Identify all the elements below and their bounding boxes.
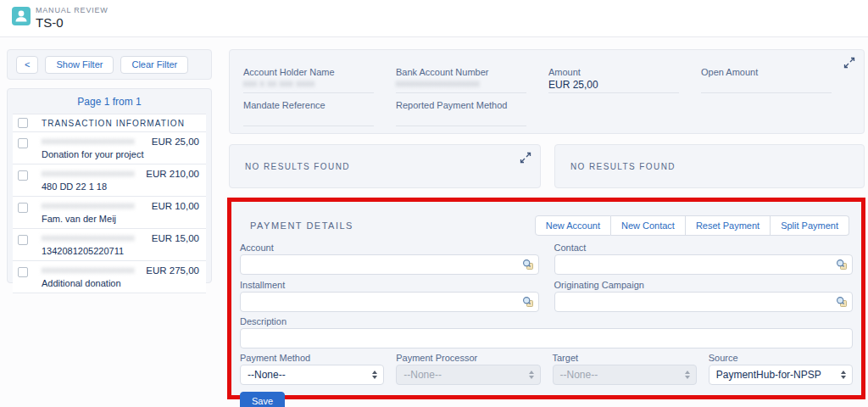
installment-field-group: Installment xyxy=(240,280,539,312)
payment-actions-group: New Account New Contact Reset Payment Sp… xyxy=(535,215,849,236)
description-field-group: Description xyxy=(240,316,853,348)
field-label: Reported Payment Method xyxy=(396,100,526,110)
show-filter-button[interactable]: Show Filter xyxy=(45,56,114,74)
transaction-amount: EUR 25,00 xyxy=(147,137,199,147)
lookup-icon[interactable] xyxy=(522,259,534,270)
reset-payment-button[interactable]: Reset Payment xyxy=(686,215,771,236)
expand-icon[interactable] xyxy=(843,57,855,69)
select-all-checkbox[interactable] xyxy=(18,118,28,128)
target-select: --None-- xyxy=(553,365,697,385)
row-checkbox[interactable] xyxy=(18,203,28,213)
originating-campaign-field-group: Originating Campaign xyxy=(554,280,854,312)
filter-toolbar: < Show Filter Clear Filter xyxy=(7,49,212,80)
transaction-reference-redacted: xxxxxxxxxxxxxxxxxxxx xyxy=(42,265,141,276)
transaction-table-header: TRANSACTION INFORMATION xyxy=(13,114,206,132)
account-field-group: Account xyxy=(240,243,539,275)
expand-icon[interactable] xyxy=(520,152,531,164)
table-row: xxxxxxxxxxxxxxxxxxxx EUR 275,00 Addition… xyxy=(13,261,206,293)
contact-label: Contact xyxy=(554,243,854,253)
row-checkbox[interactable] xyxy=(18,138,28,148)
contact-lookup-input[interactable] xyxy=(554,254,854,275)
page-title: TS-0 xyxy=(36,15,64,30)
target-field-group: Target --None-- xyxy=(553,353,697,385)
payment-method-select[interactable]: --None-- xyxy=(240,365,384,385)
lookup-icon[interactable] xyxy=(836,296,848,308)
split-payment-button[interactable]: Split Payment xyxy=(771,215,849,236)
lookup-icon[interactable] xyxy=(522,296,534,308)
description-label: Description xyxy=(240,316,853,326)
payment-details-title: PAYMENT DETAILS xyxy=(250,220,353,231)
no-results-message: NO RESULTS FOUND xyxy=(245,162,350,171)
table-row: xxxxxxxxxxxxxxxxxxxx EUR 25,00 Donation … xyxy=(13,132,206,164)
field-label: Open Amount xyxy=(701,67,832,77)
payment-processor-select: --None-- xyxy=(396,365,540,385)
record-type-label: MANUAL REVIEW xyxy=(36,6,108,14)
transaction-reference-redacted: xxxxxxxxxxxxxxxxxxxx xyxy=(42,201,147,211)
field-label: Account Holder Name xyxy=(243,67,374,77)
selected-value: --None-- xyxy=(248,369,286,381)
field-value xyxy=(396,112,526,126)
transaction-description: 1342081205220711 xyxy=(42,246,147,256)
select-stepper-icon xyxy=(372,371,377,379)
source-field-group: Source PaymentHub-for-NPSP xyxy=(709,353,853,385)
contact-field-group: Contact xyxy=(554,243,854,275)
selected-value: --None-- xyxy=(560,369,598,381)
row-checkbox[interactable] xyxy=(18,170,28,181)
installment-lookup-input[interactable] xyxy=(240,292,539,312)
main-content: < Show Filter Clear Filter Page 1 from 1… xyxy=(0,37,868,407)
field-label: Mandate Reference xyxy=(243,100,374,110)
description-input[interactable] xyxy=(240,328,853,348)
detail-field: Account Holder Name xxx x xx xxx xxxx xyxy=(243,67,374,93)
detail-field: Amount EUR 25,00 xyxy=(548,67,679,93)
transaction-amount: EUR 275,00 xyxy=(141,265,199,276)
collapse-panel-button[interactable]: < xyxy=(16,56,38,74)
transaction-description: 480 DD 22 1 18 xyxy=(42,181,141,192)
transaction-reference-redacted: xxxxxxxxxxxxxxxxxxxx xyxy=(42,137,147,147)
installment-label: Installment xyxy=(240,280,539,290)
clear-filter-button[interactable]: Clear Filter xyxy=(120,56,188,74)
transaction-description: Additional donation xyxy=(42,278,141,288)
select-stepper-icon xyxy=(529,371,534,379)
selected-value: --None-- xyxy=(403,369,442,381)
transaction-column-header: TRANSACTION INFORMATION xyxy=(42,119,201,128)
new-account-button[interactable]: New Account xyxy=(535,215,611,236)
account-lookup-input[interactable] xyxy=(240,254,539,275)
select-stepper-icon xyxy=(841,371,846,379)
transaction-description: Donation for your project xyxy=(42,149,147,159)
detail-field: Bank Account Number xxxxxxxxxxxxxxxxxx xyxy=(396,67,526,93)
table-row: xxxxxxxxxxxxxxxxxxxx EUR 210,00 480 DD 2… xyxy=(13,164,206,197)
transaction-reference-redacted: xxxxxxxxxxxxxxxxxxxx xyxy=(42,233,147,243)
new-contact-button[interactable]: New Contact xyxy=(611,215,686,236)
row-checkbox[interactable] xyxy=(18,235,28,245)
transaction-amount: EUR 210,00 xyxy=(141,169,199,179)
transaction-amount: EUR 10,00 xyxy=(147,201,199,211)
field-label: Bank Account Number xyxy=(396,67,526,77)
pagination-label: Page 1 from 1 xyxy=(8,89,211,114)
transaction-table: TRANSACTION INFORMATION xxxxxxxxxxxxxxxx… xyxy=(13,114,206,293)
results-panel-left: NO RESULTS FOUND xyxy=(229,144,541,188)
transaction-description: Fam. van der Meij xyxy=(42,214,147,224)
row-checkbox[interactable] xyxy=(18,267,28,277)
selected-value: PaymentHub-for-NPSP xyxy=(716,369,821,381)
field-label: Amount xyxy=(548,67,679,77)
detail-field: Mandate Reference xyxy=(243,100,374,126)
table-row: xxxxxxxxxxxxxxxxxxxx EUR 10,00 Fam. van … xyxy=(13,197,206,229)
payment-details-panel: PAYMENT DETAILS New Account New Contact … xyxy=(231,202,861,395)
originating-campaign-label: Originating Campaign xyxy=(554,280,854,290)
account-label: Account xyxy=(240,243,539,253)
transaction-detail-panel: Account Holder Name xxx x xx xxx xxxx Ba… xyxy=(229,49,865,134)
page-header: MANUAL REVIEW TS-0 xyxy=(0,0,868,37)
results-panel-right: NO RESULTS FOUND xyxy=(554,144,865,188)
payment-processor-field-group: Payment Processor --None-- xyxy=(396,353,540,385)
save-button[interactable]: Save xyxy=(240,392,285,407)
source-label: Source xyxy=(709,353,853,363)
field-value: EUR 25,00 xyxy=(548,79,679,93)
no-results-message: NO RESULTS FOUND xyxy=(570,162,676,171)
manual-review-record-icon xyxy=(12,7,31,25)
transaction-reference-redacted: xxxxxxxxxxxxxxxxxxxx xyxy=(42,169,141,179)
source-select[interactable]: PaymentHub-for-NPSP xyxy=(709,365,853,385)
detail-field: Open Amount xyxy=(701,67,832,93)
detail-field: Reported Payment Method xyxy=(396,100,526,126)
lookup-icon[interactable] xyxy=(836,259,848,270)
originating-campaign-lookup-input[interactable] xyxy=(554,292,854,312)
